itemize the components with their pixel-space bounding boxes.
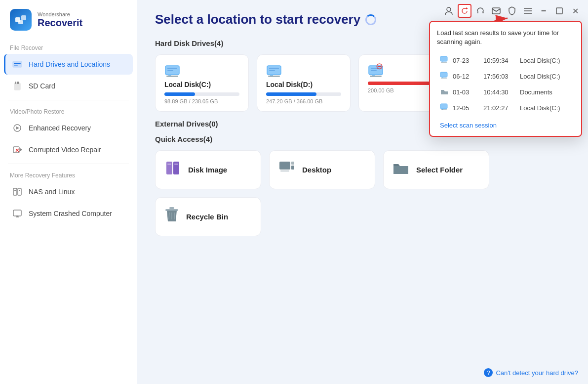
sidebar-sd-card-label: SD Card xyxy=(29,82,55,90)
sidebar-hard-drives-label: Hard Drives and Locations xyxy=(29,60,110,68)
sidebar-item-nas-linux[interactable]: NAS and Linux xyxy=(4,181,133,202)
drive-card-local-c[interactable]: Local Disk(C:) 98.89 GB / 238.05 GB xyxy=(155,54,249,112)
progress-bar-fill-local-c xyxy=(164,92,195,96)
quick-access-desktop[interactable]: Desktop xyxy=(269,150,375,189)
scan-session-3-date: 01-03 xyxy=(453,88,478,96)
scan-session-1-icon xyxy=(440,56,448,65)
scan-session-2[interactable]: 06-12 17:56:03 Local Disk(C:) xyxy=(437,68,574,84)
desktop-label: Desktop xyxy=(302,166,331,174)
restore-session-button[interactable] xyxy=(458,4,471,18)
select-folder-icon xyxy=(392,161,409,178)
scan-session-2-icon xyxy=(440,72,448,81)
svg-rect-6 xyxy=(14,83,20,90)
menu-icon[interactable] xyxy=(521,4,535,18)
scan-session-4-loc: Local Disk(C:) xyxy=(520,104,560,112)
quick-access-disk-image[interactable]: Disk Image xyxy=(155,150,261,189)
svg-rect-28 xyxy=(492,8,500,14)
headphone-icon[interactable] xyxy=(473,4,487,18)
svg-rect-69 xyxy=(440,104,447,109)
scan-session-3-time: 10:44:30 xyxy=(483,88,515,96)
scan-session-3[interactable]: 01-03 10:44:30 Documents xyxy=(437,84,574,100)
close-button[interactable]: ✕ xyxy=(568,4,582,18)
sidebar-item-enhanced-recovery[interactable]: Enhanced Recovery xyxy=(4,118,133,138)
drive-icon-local-d xyxy=(266,64,341,78)
svg-rect-50 xyxy=(167,164,171,165)
scan-session-1-time: 10:59:34 xyxy=(483,57,515,64)
sidebar-item-sd-card[interactable]: SD Card xyxy=(4,76,133,96)
recycle-bin-icon xyxy=(164,207,179,227)
scan-popup-header: Load last scan results to save your time… xyxy=(437,29,574,46)
maximize-button[interactable] xyxy=(552,4,566,18)
logo-area: Wondershare Recoverit xyxy=(0,0,137,40)
disk-image-icon xyxy=(164,160,181,180)
sidebar-system-crashed-label: System Crashed Computer xyxy=(29,210,112,217)
svg-marker-11 xyxy=(16,127,19,129)
titlebar: − ✕ xyxy=(436,0,588,22)
scan-session-2-date: 06-12 xyxy=(453,73,478,80)
corrupted-video-icon xyxy=(12,144,23,155)
svg-rect-32 xyxy=(556,8,562,14)
svg-rect-39 xyxy=(269,68,279,69)
svg-rect-17 xyxy=(18,188,21,195)
scan-session-2-loc: Local Disk(C:) xyxy=(520,73,560,80)
svg-rect-71 xyxy=(441,110,447,110)
svg-rect-7 xyxy=(15,82,16,84)
svg-marker-25 xyxy=(466,7,468,9)
drive-size-local-d: 247.20 GB / 366.00 GB xyxy=(266,98,341,104)
sd-card-icon xyxy=(12,81,23,91)
quick-access-recycle-bin[interactable]: Recycle Bin xyxy=(155,197,261,236)
progress-bar-bg-local-c xyxy=(164,92,239,96)
scan-session-1[interactable]: 07-23 10:59:34 Local Disk(C:) xyxy=(437,52,574,68)
quick-access-select-folder[interactable]: Select Folder xyxy=(383,150,489,189)
divider-2 xyxy=(8,164,129,164)
svg-rect-5 xyxy=(14,65,18,66)
scan-session-4[interactable]: 12-05 21:02:27 Local Disk(C:) xyxy=(437,100,574,116)
help-icon: ? xyxy=(484,368,493,377)
svg-marker-13 xyxy=(20,148,22,151)
svg-rect-68 xyxy=(441,78,447,79)
scan-session-1-loc: Local Disk(C:) xyxy=(520,57,560,64)
svg-rect-4 xyxy=(14,63,21,64)
svg-rect-18 xyxy=(14,190,16,191)
drive-card-local-d[interactable]: Local Disk(D:) 247.20 GB / 366.00 GB xyxy=(257,54,351,112)
sidebar-item-corrupted-video[interactable]: Corrupted Video Repair xyxy=(4,139,133,160)
svg-rect-20 xyxy=(13,210,21,216)
svg-rect-54 xyxy=(291,166,294,170)
select-scan-session-link[interactable]: Select scan session xyxy=(437,120,574,131)
sidebar-enhanced-recovery-label: Enhanced Recovery xyxy=(29,124,91,132)
svg-rect-19 xyxy=(19,190,20,191)
svg-rect-55 xyxy=(280,171,289,171)
user-icon[interactable] xyxy=(442,4,456,18)
mail-icon[interactable] xyxy=(489,4,503,18)
video-photo-section-label: Video/Photo Restore xyxy=(0,103,137,117)
recycle-bin-label: Recycle Bin xyxy=(186,213,228,221)
sidebar-item-hard-drives[interactable]: Hard Drives and Locations xyxy=(4,54,133,75)
logo-text: Wondershare Recoverit xyxy=(38,11,82,29)
quick-access-cards-row: Disk Image Desktop xyxy=(155,150,570,189)
svg-rect-34 xyxy=(167,68,177,69)
svg-line-59 xyxy=(169,213,169,219)
scan-session-4-icon xyxy=(440,103,448,112)
svg-rect-27 xyxy=(482,11,484,13)
disk-image-label: Disk Image xyxy=(188,166,227,174)
sidebar-corrupted-video-label: Corrupted Video Repair xyxy=(29,146,101,154)
svg-rect-35 xyxy=(167,70,173,71)
shield-icon[interactable] xyxy=(505,4,519,18)
svg-rect-8 xyxy=(17,82,18,84)
progress-bar-bg-local-d xyxy=(266,92,341,96)
logo-product: Recoverit xyxy=(38,17,82,29)
minimize-button[interactable]: − xyxy=(537,4,550,18)
drive-icon-local-c xyxy=(164,64,239,78)
sidebar: Wondershare Recoverit File Recover Hard … xyxy=(0,0,137,384)
drive-name-local-c: Local Disk(C:) xyxy=(164,81,239,88)
drive-size-local-c: 98.89 GB / 238.05 GB xyxy=(164,98,239,104)
svg-rect-56 xyxy=(279,163,290,169)
cant-detect-link[interactable]: ? Can't detect your hard drive? xyxy=(484,368,578,377)
scan-session-1-date: 07-23 xyxy=(453,57,478,64)
scan-session-3-icon xyxy=(440,87,448,96)
svg-rect-66 xyxy=(440,72,447,77)
scan-history-popup: Load last scan results to save your time… xyxy=(429,21,582,137)
file-recover-section-label: File Recover xyxy=(0,40,137,53)
svg-rect-65 xyxy=(441,62,447,63)
sidebar-item-system-crashed[interactable]: System Crashed Computer xyxy=(4,203,133,224)
